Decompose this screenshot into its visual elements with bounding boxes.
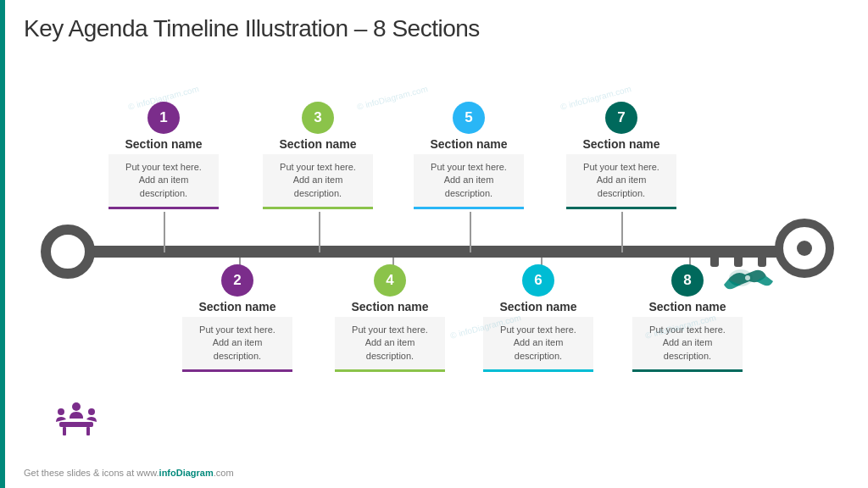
connector-1 [164,212,165,252]
handshake-icon [724,261,775,310]
svg-rect-3 [63,427,66,435]
section-box-8: Put your text here. Add an item descript… [632,317,743,372]
section-name-6: Section name [499,300,576,313]
section-box-6: Put your text here. Add an item descript… [483,317,593,372]
svg-point-6 [58,408,64,415]
svg-point-7 [88,408,95,415]
svg-rect-4 [86,427,90,435]
section-box-1: Put your text here. Add an item descript… [108,154,219,209]
footer-brand: infoDiagram [159,468,214,478]
connector-7 [621,212,623,252]
key-tooth-1 [710,252,719,267]
footer: Get these slides & icons at www.infoDiag… [24,468,234,478]
section-box-2: Put your text here. Add an item descript… [182,317,292,372]
section-number-4: 4 [374,264,406,297]
meeting-icon [51,398,102,453]
section-number-6: 6 [522,264,554,297]
section-box-7: Put your text here. Add an item descript… [566,154,676,209]
section-item-6: 6 Section name Put your text here. Add a… [483,264,593,372]
section-name-3: Section name [279,137,356,151]
connector-5 [470,212,471,252]
page-title: Key Agenda Timeline Illustration – 8 Sec… [24,15,480,42]
page: Key Agenda Timeline Illustration – 8 Sec… [0,0,868,488]
section-item-1: 1 Section name Put your text here. Add a… [108,102,219,209]
section-box-4: Put your text here. Add an item descript… [335,317,445,372]
section-name-4: Section name [351,300,428,313]
svg-point-1 [745,275,750,280]
section-name-8: Section name [648,300,726,313]
svg-point-5 [72,402,81,411]
section-box-5: Put your text here. Add an item descript… [414,154,524,209]
footer-suffix: .com [214,468,234,478]
section-number-1: 1 [147,102,180,134]
section-name-2: Section name [198,300,275,313]
section-number-2: 2 [221,264,253,297]
section-number-8: 8 [671,264,704,297]
section-box-3: Put your text here. Add an item descript… [263,154,373,209]
footer-text: Get these slides & icons at www. [24,468,159,478]
section-number-7: 7 [605,102,637,134]
key-shaft [68,246,800,258]
accent-bar [0,0,5,488]
section-item-7: 7 Section name Put your text here. Add a… [566,102,676,209]
key-circle-left [41,225,95,279]
section-item-4: 4 Section name Put your text here. Add a… [335,264,445,372]
section-name-5: Section name [430,137,507,151]
key-head-right [775,219,834,278]
section-number-3: 3 [302,102,334,134]
timeline-container: 1 Section name Put your text here. Add a… [17,76,851,415]
section-name-7: Section name [582,137,659,151]
section-name-1: Section name [125,137,202,151]
section-item-2: 2 Section name Put your text here. Add a… [182,264,292,372]
section-item-3: 3 Section name Put your text here. Add a… [263,102,373,209]
svg-rect-2 [59,422,93,427]
section-number-5: 5 [453,102,485,134]
connector-3 [319,212,320,252]
section-item-5: 5 Section name Put your text here. Add a… [414,102,524,209]
